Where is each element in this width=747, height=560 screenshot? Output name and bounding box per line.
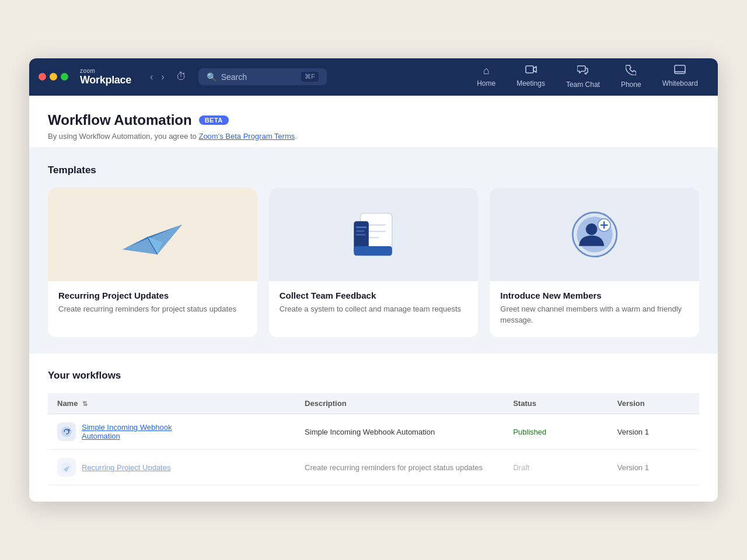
titlebar: zoom Workplace ‹ › ⏱ 🔍 Search ⌘F ⌂ Home bbox=[29, 58, 718, 96]
template-image-members bbox=[490, 188, 699, 281]
svg-rect-15 bbox=[354, 246, 392, 256]
maximize-button[interactable] bbox=[61, 73, 68, 80]
traffic-lights bbox=[39, 73, 68, 80]
team-chat-label: Team Chat bbox=[566, 80, 600, 89]
subtitle-prefix: By using Workflow Automation, you agree … bbox=[48, 132, 198, 141]
template-desc-recurring: Create recurring reminders for project s… bbox=[58, 304, 247, 315]
templates-grid: Recurring Project Updates Create recurri… bbox=[48, 188, 699, 338]
workflows-title: Your workflows bbox=[48, 370, 699, 382]
page-subtitle: By using Workflow Automation, you agree … bbox=[48, 132, 699, 141]
status-badge-draft: Draft bbox=[513, 463, 529, 472]
page-title: Workflow Automation bbox=[48, 112, 192, 128]
workflow-status-1: Published bbox=[504, 414, 608, 450]
back-arrow[interactable]: ‹ bbox=[148, 71, 155, 83]
workflow-version-1: Version 1 bbox=[608, 414, 699, 450]
history-icon[interactable]: ⏱ bbox=[176, 71, 187, 83]
phone-icon bbox=[626, 65, 636, 78]
template-name-feedback: Collect Team Feedback bbox=[280, 290, 468, 300]
nav-item-phone[interactable]: Phone bbox=[610, 60, 652, 93]
table-row: Simple Incoming WebhookAutomation Simple… bbox=[48, 414, 699, 450]
brand-logo: zoom Workplace bbox=[80, 68, 131, 86]
table-header-row: Name ⇅ Description Status Version bbox=[48, 393, 699, 414]
home-icon: ⌂ bbox=[483, 65, 490, 77]
template-name-recurring: Recurring Project Updates bbox=[58, 290, 247, 300]
whiteboard-icon bbox=[674, 65, 686, 77]
close-button[interactable] bbox=[39, 73, 46, 80]
main-nav: ⌂ Home Meetings bbox=[466, 60, 708, 93]
nav-item-whiteboard[interactable]: Whiteboard bbox=[652, 60, 708, 93]
search-bar[interactable]: 🔍 Search ⌘F bbox=[198, 68, 327, 85]
workflow-icon-1 bbox=[57, 422, 76, 441]
beta-badge: BETA bbox=[199, 116, 229, 125]
svg-rect-12 bbox=[356, 226, 366, 228]
minimize-button[interactable] bbox=[50, 73, 57, 80]
sort-icon[interactable]: ⇅ bbox=[82, 400, 88, 407]
template-card-members[interactable]: Introduce New Members Greet new channel … bbox=[490, 188, 699, 338]
workflows-section: Your workflows Name ⇅ Description Status… bbox=[29, 354, 718, 502]
template-desc-members: Greet new channel members with a warm an… bbox=[500, 304, 689, 326]
nav-item-team-chat[interactable]: Team Chat bbox=[556, 60, 610, 93]
workflow-status-2: Draft bbox=[504, 450, 608, 485]
workflow-desc-2: Create recurring reminders for project s… bbox=[295, 450, 504, 485]
template-image-recurring bbox=[48, 188, 257, 281]
workflow-icon-2 bbox=[57, 458, 76, 477]
svg-point-22 bbox=[61, 426, 72, 437]
table-row: Recurring Project Updates Create recurri… bbox=[48, 450, 699, 485]
home-label: Home bbox=[477, 79, 495, 88]
meetings-icon bbox=[525, 65, 537, 77]
svg-rect-0 bbox=[526, 66, 533, 73]
workflow-version-2: Version 1 bbox=[608, 450, 699, 485]
template-info-recurring: Recurring Project Updates Create recurri… bbox=[48, 281, 257, 327]
nav-arrows: ‹ › bbox=[148, 71, 167, 83]
meetings-label: Meetings bbox=[516, 79, 545, 88]
phone-label: Phone bbox=[621, 80, 641, 89]
workflows-table: Name ⇅ Description Status Version bbox=[48, 393, 699, 485]
subtitle-suffix: . bbox=[295, 132, 297, 141]
workflow-name-cell-2: Recurring Project Updates bbox=[48, 450, 295, 485]
workflow-link-2[interactable]: Recurring Project Updates bbox=[82, 463, 170, 472]
template-name-members: Introduce New Members bbox=[500, 290, 689, 300]
col-header-name: Name ⇅ bbox=[48, 393, 295, 414]
workflow-desc-1: Simple Incoming Webhook Automation bbox=[295, 414, 504, 450]
template-desc-feedback: Create a system to collect and manage te… bbox=[280, 304, 468, 315]
svg-rect-13 bbox=[356, 230, 365, 232]
brand-name-text: Workplace bbox=[80, 74, 131, 86]
template-card-recurring[interactable]: Recurring Project Updates Create recurri… bbox=[48, 188, 257, 338]
whiteboard-label: Whiteboard bbox=[662, 79, 698, 88]
templates-title: Templates bbox=[48, 164, 699, 176]
search-icon: 🔍 bbox=[207, 72, 217, 82]
terms-link[interactable]: Zoom's Beta Program Terms bbox=[198, 132, 295, 141]
search-label: Search bbox=[221, 72, 296, 82]
search-shortcut: ⌘F bbox=[301, 72, 319, 82]
page-header: Workflow Automation BETA By using Workfl… bbox=[29, 96, 718, 148]
app-window: zoom Workplace ‹ › ⏱ 🔍 Search ⌘F ⌂ Home bbox=[29, 58, 718, 502]
svg-rect-14 bbox=[356, 234, 365, 236]
brand-top-text: zoom bbox=[80, 68, 131, 74]
templates-section: Templates Recurring Project Updates Crea… bbox=[29, 148, 718, 354]
workflow-name-cell-1: Simple Incoming WebhookAutomation bbox=[48, 414, 295, 450]
template-card-feedback[interactable]: Collect Team Feedback Create a system to… bbox=[269, 188, 479, 338]
nav-item-meetings[interactable]: Meetings bbox=[506, 60, 556, 93]
template-info-members: Introduce New Members Greet new channel … bbox=[490, 281, 699, 338]
col-header-version: Version bbox=[608, 393, 699, 414]
forward-arrow[interactable]: › bbox=[159, 71, 166, 83]
template-image-feedback bbox=[269, 188, 479, 281]
col-header-description: Description bbox=[295, 393, 504, 414]
svg-point-18 bbox=[585, 223, 597, 235]
nav-item-home[interactable]: ⌂ Home bbox=[466, 60, 506, 93]
template-info-feedback: Collect Team Feedback Create a system to… bbox=[269, 281, 479, 327]
svg-rect-1 bbox=[675, 65, 685, 74]
team-chat-icon bbox=[577, 65, 589, 78]
status-badge-published: Published bbox=[513, 428, 546, 436]
workflow-link-1[interactable]: Simple Incoming WebhookAutomation bbox=[82, 423, 172, 440]
col-header-status: Status bbox=[504, 393, 608, 414]
page-title-row: Workflow Automation BETA bbox=[48, 112, 699, 128]
